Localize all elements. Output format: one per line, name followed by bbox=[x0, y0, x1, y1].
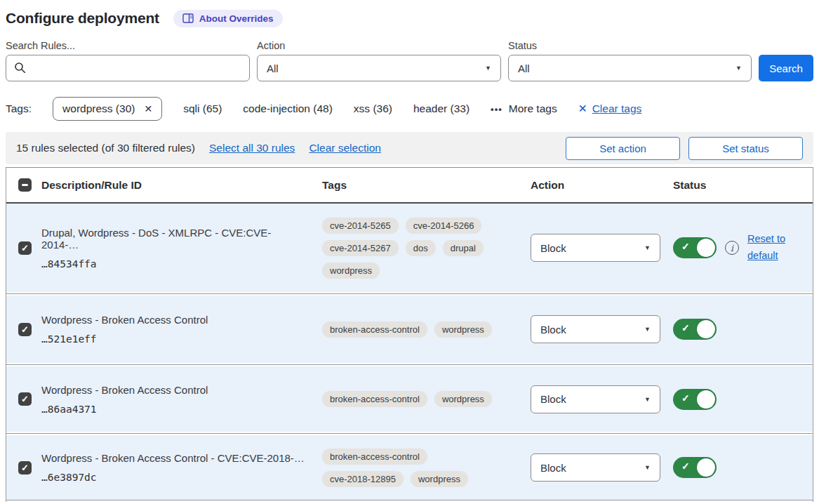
tag-pill: drupal bbox=[443, 240, 484, 256]
page-header: Configure deployment About Overrides bbox=[6, 7, 813, 29]
tag-pill: dos bbox=[406, 240, 436, 256]
search-icon bbox=[14, 62, 26, 74]
rule-id: …521e1eff bbox=[41, 333, 305, 345]
indeterminate-icon bbox=[22, 184, 28, 186]
action-filter-select[interactable]: All ▼ bbox=[257, 55, 501, 81]
action-filter-label: Action bbox=[257, 40, 501, 51]
more-tags-button[interactable]: ••• More tags bbox=[491, 102, 557, 115]
rule-action-value: Block bbox=[540, 324, 566, 336]
action-filter-value: All bbox=[267, 62, 279, 74]
rule-action-value: Block bbox=[540, 462, 566, 474]
tag-header[interactable]: header (33) bbox=[413, 102, 470, 115]
chevron-down-icon: ▼ bbox=[735, 65, 742, 72]
tag-sqli[interactable]: sqli (65) bbox=[183, 102, 222, 115]
page-title: Configure deployment bbox=[6, 10, 159, 27]
about-overrides-label: About Overrides bbox=[199, 13, 274, 24]
about-overrides-badge[interactable]: About Overrides bbox=[173, 10, 283, 27]
row-checkbox[interactable]: ✓ bbox=[18, 461, 32, 475]
status-toggle[interactable]: ✓ bbox=[673, 457, 717, 478]
toggle-knob bbox=[697, 320, 715, 338]
tag-pill: cve-2014-5265 bbox=[322, 218, 399, 234]
table-row: ✓ Wordpress - Broken Access Control - CV… bbox=[6, 435, 813, 500]
info-icon[interactable]: i bbox=[725, 241, 739, 255]
action-filter-group: Action All ▼ bbox=[257, 40, 501, 81]
chevron-down-icon: ▼ bbox=[485, 65, 491, 72]
filters-row: Search Rules... Action All ▼ Status All … bbox=[6, 40, 813, 81]
status-filter-select[interactable]: All ▼ bbox=[508, 55, 752, 81]
status-toggle[interactable]: ✓ bbox=[673, 237, 717, 258]
status-filter-group: Status All ▼ bbox=[508, 40, 752, 81]
status-toggle[interactable]: ✓ bbox=[673, 389, 717, 410]
chevron-down-icon: ▼ bbox=[644, 464, 651, 471]
ellipsis-icon: ••• bbox=[491, 104, 502, 114]
more-tags-label: More tags bbox=[509, 102, 557, 115]
set-action-button[interactable]: Set action bbox=[566, 137, 680, 160]
chevron-down-icon: ▼ bbox=[644, 244, 651, 251]
rule-action-select[interactable]: Block ▼ bbox=[531, 234, 660, 262]
reset-to-default-link[interactable]: Reset to default bbox=[747, 231, 794, 265]
status-filter-label: Status bbox=[508, 40, 752, 51]
check-icon: ✓ bbox=[681, 241, 690, 252]
status-filter-value: All bbox=[518, 62, 530, 74]
rule-description: Drupal, Wordpress - DoS - XMLRPC - CVE:C… bbox=[41, 227, 305, 251]
status-toggle[interactable]: ✓ bbox=[673, 319, 717, 340]
column-header-action: Action bbox=[531, 179, 673, 192]
rule-action-select[interactable]: Block ▼ bbox=[531, 385, 660, 413]
row-checkbox[interactable]: ✓ bbox=[18, 323, 32, 336]
configure-deployment-page: Configure deployment About Overrides Sea… bbox=[0, 0, 819, 502]
search-input[interactable] bbox=[6, 55, 250, 81]
selected-tag-label: wordpress (30) bbox=[62, 102, 135, 115]
tag-pill: wordpress bbox=[411, 471, 468, 487]
rule-id: …86aa4371 bbox=[41, 404, 305, 415]
rule-id: …84534ffa bbox=[41, 258, 305, 270]
table-bottom-border bbox=[6, 500, 813, 502]
selected-tag-wordpress[interactable]: wordpress (30) ✕ bbox=[53, 97, 162, 121]
row-checkbox[interactable]: ✓ bbox=[18, 241, 32, 255]
rule-description: Wordpress - Broken Access Control - CVE:… bbox=[41, 452, 305, 464]
check-icon: ✓ bbox=[21, 325, 29, 334]
search-button[interactable]: Search bbox=[759, 55, 813, 81]
toggle-knob bbox=[697, 239, 715, 257]
selection-summary: 15 rules selected (of 30 filtered rules) bbox=[16, 142, 195, 154]
check-icon: ✓ bbox=[681, 392, 690, 404]
check-icon: ✓ bbox=[681, 322, 690, 333]
chevron-down-icon: ▼ bbox=[644, 326, 651, 333]
table-row: ✓ Drupal, Wordpress - DoS - XMLRPC - CVE… bbox=[6, 204, 813, 292]
rule-action-value: Block bbox=[540, 393, 566, 405]
table-row: ✓ Wordpress - Broken Access Control …521… bbox=[6, 296, 813, 363]
rule-description: Wordpress - Broken Access Control bbox=[41, 384, 305, 396]
tag-pill: cve-2014-5267 bbox=[322, 240, 399, 256]
rules-table: Description/Rule ID Tags Action Status ✓… bbox=[6, 167, 813, 502]
close-icon[interactable]: ✕ bbox=[144, 103, 152, 114]
tag-pill: wordpress bbox=[322, 263, 380, 279]
book-icon bbox=[182, 13, 194, 23]
tag-pill: wordpress bbox=[434, 391, 492, 407]
rule-action-select[interactable]: Block ▼ bbox=[531, 315, 660, 343]
tags-label: Tags: bbox=[6, 102, 32, 115]
clear-tags-link[interactable]: ✕ Clear tags bbox=[578, 102, 642, 115]
tag-pill: cve-2014-5266 bbox=[406, 218, 482, 234]
column-header-description: Description/Rule ID bbox=[41, 179, 322, 192]
select-all-link[interactable]: Select all 30 rules bbox=[209, 142, 295, 154]
search-rules-label: Search Rules... bbox=[6, 40, 250, 51]
tag-code-injection[interactable]: code-injection (48) bbox=[243, 102, 333, 115]
rule-id: …6e3897dc bbox=[41, 472, 305, 483]
column-header-tags: Tags bbox=[322, 179, 531, 192]
row-checkbox[interactable]: ✓ bbox=[18, 392, 32, 406]
select-all-checkbox[interactable] bbox=[18, 178, 32, 192]
set-status-button[interactable]: Set status bbox=[688, 137, 803, 160]
clear-selection-link[interactable]: Clear selection bbox=[309, 142, 381, 154]
table-row: ✓ Wordpress - Broken Access Control …86a… bbox=[6, 366, 813, 432]
tag-pill: broken-access-control bbox=[322, 321, 427, 338]
tag-pill: broken-access-control bbox=[322, 449, 427, 465]
selection-bar: 15 rules selected (of 30 filtered rules)… bbox=[6, 132, 813, 164]
rule-description: Wordpress - Broken Access Control bbox=[41, 314, 305, 326]
search-rules-group: Search Rules... bbox=[6, 40, 250, 81]
tag-pill: broken-access-control bbox=[322, 391, 427, 407]
column-header-status: Status bbox=[673, 179, 813, 192]
clear-tags-label: Clear tags bbox=[592, 102, 642, 115]
toggle-knob bbox=[697, 390, 715, 409]
tags-bar: Tags: wordpress (30) ✕ sqli (65) code-in… bbox=[6, 81, 813, 132]
rule-action-select[interactable]: Block ▼ bbox=[531, 453, 660, 482]
tag-xss[interactable]: xss (36) bbox=[354, 102, 392, 115]
